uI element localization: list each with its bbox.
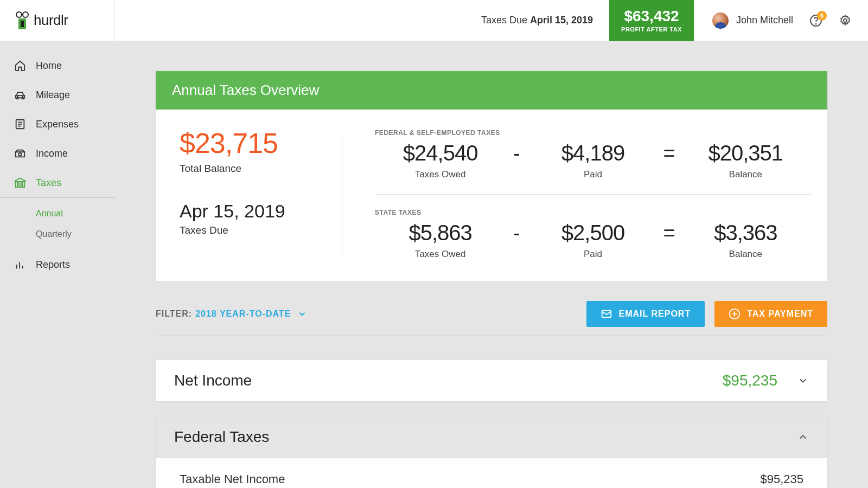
money-icon	[14, 147, 26, 159]
sidebar-item-label: Home	[36, 60, 62, 72]
sidebar-item-label: Taxes	[36, 177, 61, 189]
notification-badge: 6	[817, 11, 827, 21]
svg-point-6	[816, 23, 816, 24]
federal-balance-label: Balance	[680, 169, 811, 180]
minus-operator: -	[506, 222, 527, 245]
svg-rect-15	[16, 182, 18, 187]
sidebar-item-mileage[interactable]: Mileage	[0, 80, 115, 110]
tax-payment-button[interactable]: TAX PAYMENT	[714, 301, 827, 327]
minus-operator: -	[506, 142, 527, 165]
net-income-amount: $95,235	[723, 372, 777, 389]
taxes-due-block: Apr 15, 2019 Taxes Due	[180, 202, 331, 236]
taxes-due-date: Apr 15, 2019	[180, 202, 331, 220]
chevron-up-icon	[797, 431, 809, 443]
accordion-title: Federal Taxes	[174, 428, 269, 446]
header: hurdlr Taxes Due April 15, 2019 $63,432 …	[0, 0, 868, 41]
sidebar-item-taxes[interactable]: Taxes	[0, 168, 115, 198]
filter-dropdown[interactable]: 2018 YEAR-TO-DATE	[195, 309, 307, 319]
sidebar-item-home[interactable]: Home	[0, 51, 115, 80]
total-balance-block: $23,715 Total Balance	[180, 129, 331, 175]
total-balance-amount: $23,715	[180, 129, 331, 157]
home-icon	[14, 60, 26, 72]
sidebar-item-label: Expenses	[36, 119, 79, 130]
divider	[375, 194, 811, 195]
svg-point-7	[844, 19, 847, 22]
state-taxes-owed: $5,863	[375, 222, 506, 243]
help-icon[interactable]: 6	[809, 14, 822, 27]
plus-circle-icon	[729, 308, 741, 320]
gear-icon[interactable]	[839, 14, 852, 27]
sidebar-item-label: Mileage	[36, 89, 70, 101]
svg-point-8	[17, 97, 18, 98]
svg-point-0	[16, 12, 22, 17]
profit-label: PROFIT AFTER TAX	[621, 26, 682, 33]
state-tax-title: STATE TAXES	[375, 209, 811, 216]
button-label: EMAIL REPORT	[619, 309, 691, 319]
sidebar-item-expenses[interactable]: Expenses	[0, 110, 115, 139]
line-value: $95,235	[760, 472, 803, 486]
avatar	[712, 12, 729, 29]
taxable-net-income-line: Taxable Net Income $95,235	[180, 472, 803, 486]
federal-owed-label: Taxes Owed	[375, 169, 506, 180]
line-label: Taxable Net Income	[180, 472, 285, 486]
sidebar-sub-label: Annual	[36, 209, 63, 218]
logo-text: hurdlr	[34, 12, 68, 29]
state-balance: $3,363	[680, 222, 811, 243]
federal-tax-row: FEDERAL & SELF-EMPLOYED TAXES $24,540 Ta…	[375, 129, 811, 180]
filter-value-text: 2018 YEAR-TO-DATE	[195, 309, 291, 319]
user-name: John Mitchell	[736, 15, 793, 26]
svg-point-1	[23, 12, 28, 17]
profit-after-tax-badge[interactable]: $63,432 PROFIT AFTER TAX	[609, 0, 694, 41]
logo[interactable]: hurdlr	[14, 11, 68, 30]
mail-icon	[601, 308, 612, 320]
user-menu[interactable]: John Mitchell	[712, 12, 793, 29]
federal-tax-title: FEDERAL & SELF-EMPLOYED TAXES	[375, 129, 811, 137]
chevron-down-icon	[297, 309, 307, 319]
equals-operator: =	[659, 142, 680, 165]
taxes-due-date: April 15, 2019	[530, 15, 593, 25]
chevron-down-icon	[797, 375, 809, 387]
sidebar-item-reports[interactable]: Reports	[0, 250, 115, 279]
button-label: TAX PAYMENT	[747, 309, 813, 319]
federal-taxes-body: Taxable Net Income $95,235	[156, 458, 827, 488]
card-title: Annual Taxes Overview	[156, 71, 827, 110]
federal-taxes-owed: $24,540	[375, 142, 506, 164]
sidebar-item-label: Reports	[36, 259, 70, 271]
svg-rect-17	[23, 182, 25, 187]
taxes-due-text: Taxes Due April 15, 2019	[481, 15, 593, 26]
sidebar-sub-label: Quarterly	[36, 229, 72, 239]
total-balance-label: Total Balance	[180, 163, 331, 175]
sidebar-subitem-annual[interactable]: Annual	[0, 203, 115, 224]
main-content: Annual Taxes Overview $23,715 Total Bala…	[115, 41, 868, 488]
sidebar-item-label: Income	[36, 148, 68, 159]
taxes-icon	[14, 177, 26, 189]
federal-taxes-accordion-header[interactable]: Federal Taxes	[156, 416, 827, 458]
sidebar: Home Mileage Expenses Income Taxes Annua…	[0, 41, 115, 488]
filter-label: FILTER:	[156, 309, 192, 319]
email-report-button[interactable]: EMAIL REPORT	[586, 301, 705, 327]
filter-actions-row: FILTER: 2018 YEAR-TO-DATE EMAIL REPORT T…	[156, 301, 827, 327]
net-income-accordion[interactable]: Net Income $95,235	[156, 360, 827, 401]
divider	[156, 336, 827, 336]
state-owed-label: Taxes Owed	[375, 249, 506, 260]
sidebar-item-income[interactable]: Income	[0, 139, 115, 168]
receipt-icon	[14, 118, 26, 130]
state-tax-row: STATE TAXES $5,863 Taxes Owed - $2,500 P…	[375, 209, 811, 260]
annual-taxes-overview-card: Annual Taxes Overview $23,715 Total Bala…	[156, 71, 827, 281]
state-balance-label: Balance	[680, 249, 811, 260]
svg-rect-16	[19, 182, 21, 187]
car-icon	[14, 89, 26, 101]
federal-paid-label: Paid	[527, 169, 658, 180]
federal-paid: $4,189	[527, 142, 658, 164]
state-paid-label: Paid	[527, 249, 658, 260]
taxes-due-label: Taxes Due	[481, 15, 530, 25]
taxes-due-label: Taxes Due	[180, 224, 331, 236]
logo-mark-icon	[14, 11, 30, 30]
reports-icon	[14, 259, 26, 271]
federal-taxes-accordion: Federal Taxes Taxable Net Income $95,235	[156, 416, 827, 488]
profit-amount: $63,432	[624, 9, 679, 24]
accordion-title: Net Income	[174, 372, 252, 389]
state-paid: $2,500	[527, 222, 658, 243]
federal-balance: $20,351	[680, 142, 811, 164]
sidebar-subitem-quarterly[interactable]: Quarterly	[0, 224, 115, 245]
